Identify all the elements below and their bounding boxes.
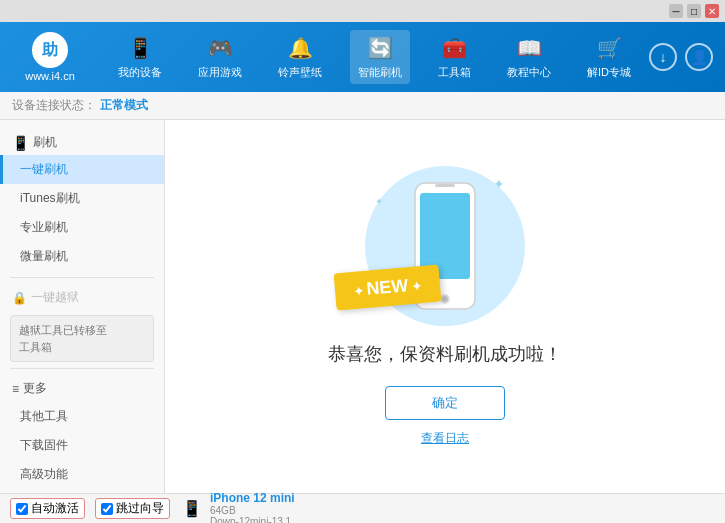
device-model: Down-12mini-13,1 <box>210 516 295 524</box>
sidebar-itunes-flash-label: iTunes刷机 <box>20 191 80 205</box>
sidebar-pro-flash-label: 专业刷机 <box>20 220 68 234</box>
sidebar-flash-label: 刷机 <box>33 134 57 151</box>
header: 助 www.i4.cn 📱 我的设备 🎮 应用游戏 🔔 铃声壁纸 🔄 智能刷机 … <box>0 22 725 92</box>
nav-label-my-device: 我的设备 <box>118 65 162 80</box>
sidebar-reduce-flash-label: 微量刷机 <box>20 249 68 263</box>
device-phone-icon: 📱 <box>182 499 202 518</box>
goto-log-link[interactable]: 查看日志 <box>421 430 469 447</box>
close-button[interactable]: ✕ <box>705 4 719 18</box>
sidebar-jailbreak-note: 越狱工具已转移至工具箱 <box>10 315 154 362</box>
sidebar-jailbreak-grayed: 🔒 一键越狱 <box>0 284 164 311</box>
sidebar-item-itunes-flash[interactable]: iTunes刷机 <box>0 184 164 213</box>
nav-item-toolbox[interactable]: 🧰 工具箱 <box>430 30 479 84</box>
device-storage: 64GB <box>210 505 295 516</box>
bottom-section: 自动激活 跳过向导 📱 iPhone 12 mini 64GB Down-12m… <box>0 493 725 523</box>
lock-icon: 🔒 <box>12 291 27 305</box>
auto-send-checkbox-label[interactable]: 自动激活 <box>10 498 85 519</box>
nav-label-toolbox: 工具箱 <box>438 65 471 80</box>
congrats-text: 恭喜您，保资料刷机成功啦！ <box>328 342 562 366</box>
sidebar-more-section: ≡ 更多 <box>0 375 164 402</box>
minimize-button[interactable]: ─ <box>669 4 683 18</box>
device-details: iPhone 12 mini 64GB Down-12mini-13,1 <box>210 491 295 524</box>
logo-icon: 助 <box>32 32 68 68</box>
sidebar: 📱 刷机 一键刷机 iTunes刷机 专业刷机 微量刷机 🔒 一键越狱 越狱工具… <box>0 120 165 493</box>
auto-send-label: 自动激活 <box>31 500 79 517</box>
confirm-button[interactable]: 确定 <box>385 386 505 420</box>
toolbox-icon: 🧰 <box>441 34 469 62</box>
logo: 助 www.i4.cn <box>0 32 100 82</box>
status-value: 正常模式 <box>100 97 148 114</box>
sparkle-icon2: ✦ <box>375 196 383 207</box>
status-bar: 设备连接状态： 正常模式 <box>0 92 725 120</box>
nav-item-buy-icloud[interactable]: 🛒 解ID专城 <box>579 30 639 84</box>
skip-wizard-checkbox[interactable] <box>101 503 113 515</box>
app-game-icon: 🎮 <box>206 34 234 62</box>
checkboxes-row: 自动激活 跳过向导 <box>10 498 170 519</box>
nav-label-ringtone: 铃声壁纸 <box>278 65 322 80</box>
svg-point-4 <box>442 296 448 302</box>
sidebar-advanced-label: 高级功能 <box>20 467 68 481</box>
sidebar-one-click-label: 一键刷机 <box>20 162 68 176</box>
nav-item-smart-flash[interactable]: 🔄 智能刷机 <box>350 30 410 84</box>
status-label: 设备连接状态： <box>12 97 96 114</box>
flash-section-icon: 📱 <box>12 135 29 151</box>
sidebar-more-label: 更多 <box>23 380 47 397</box>
jailbreak-note-text: 越狱工具已转移至工具箱 <box>19 324 107 353</box>
content-area: ✦ ✦ NEW 恭喜您，保资料刷机成功啦！ 确定 查看日志 <box>165 120 725 493</box>
sidebar-divider-2 <box>10 368 154 369</box>
phone-illustration: ✦ ✦ NEW <box>365 166 525 326</box>
more-icon: ≡ <box>12 382 19 396</box>
maximize-button[interactable]: □ <box>687 4 701 18</box>
sidebar-download-fw-label: 下载固件 <box>20 438 68 452</box>
sidebar-item-reduce-flash[interactable]: 微量刷机 <box>0 242 164 271</box>
sidebar-item-advanced[interactable]: 高级功能 <box>0 460 164 489</box>
sidebar-other-tools-label: 其他工具 <box>20 409 68 423</box>
ringtone-icon: 🔔 <box>286 34 314 62</box>
sparkle-icon: ✦ <box>493 176 505 192</box>
nav-item-tutorial[interactable]: 📖 教程中心 <box>499 30 559 84</box>
logo-url: www.i4.cn <box>25 70 75 82</box>
nav-item-app-game[interactable]: 🎮 应用游戏 <box>190 30 250 84</box>
svg-rect-2 <box>435 184 455 187</box>
nav-bar: 📱 我的设备 🎮 应用游戏 🔔 铃声壁纸 🔄 智能刷机 🧰 工具箱 📖 教程中心… <box>100 30 649 84</box>
skip-wizard-checkbox-label[interactable]: 跳过向导 <box>95 498 170 519</box>
nav-label-tutorial: 教程中心 <box>507 65 551 80</box>
tutorial-icon: 📖 <box>515 34 543 62</box>
my-device-icon: 📱 <box>126 34 154 62</box>
smart-flash-icon: 🔄 <box>366 34 394 62</box>
sidebar-item-download-fw[interactable]: 下载固件 <box>0 431 164 460</box>
sidebar-item-one-click[interactable]: 一键刷机 <box>0 155 164 184</box>
nav-label-buy-icloud: 解ID专城 <box>587 65 631 80</box>
user-button[interactable]: 👤 <box>685 43 713 71</box>
sidebar-item-pro-flash[interactable]: 专业刷机 <box>0 213 164 242</box>
buy-icloud-icon: 🛒 <box>595 34 623 62</box>
main-layout: 📱 刷机 一键刷机 iTunes刷机 专业刷机 微量刷机 🔒 一键越狱 越狱工具… <box>0 120 725 493</box>
sidebar-jailbreak-label: 一键越狱 <box>31 289 79 306</box>
auto-send-checkbox[interactable] <box>16 503 28 515</box>
title-bar: ─ □ ✕ <box>0 0 725 22</box>
nav-item-my-device[interactable]: 📱 我的设备 <box>110 30 170 84</box>
nav-label-app-game: 应用游戏 <box>198 65 242 80</box>
nav-label-smart-flash: 智能刷机 <box>358 65 402 80</box>
sidebar-item-other-tools[interactable]: 其他工具 <box>0 402 164 431</box>
skip-wizard-label: 跳过向导 <box>116 500 164 517</box>
device-info: 📱 iPhone 12 mini 64GB Down-12mini-13,1 <box>182 491 295 524</box>
nav-item-ringtone[interactable]: 🔔 铃声壁纸 <box>270 30 330 84</box>
bottom-top-row: 自动激活 跳过向导 📱 iPhone 12 mini 64GB Down-12m… <box>0 494 725 523</box>
sidebar-section-flash: 📱 刷机 <box>0 128 164 155</box>
sidebar-divider-1 <box>10 277 154 278</box>
header-right: ↓ 👤 <box>649 43 725 71</box>
download-button[interactable]: ↓ <box>649 43 677 71</box>
